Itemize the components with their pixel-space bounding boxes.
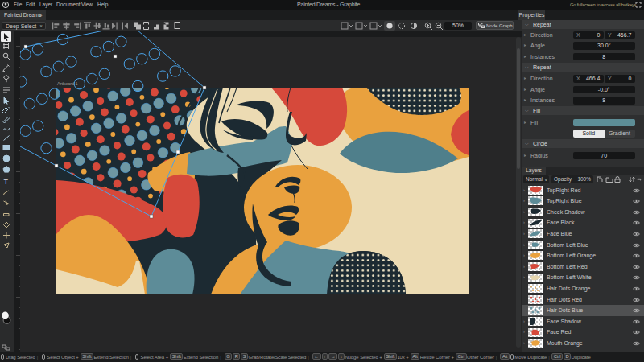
svg-text:T: T (4, 178, 9, 186)
